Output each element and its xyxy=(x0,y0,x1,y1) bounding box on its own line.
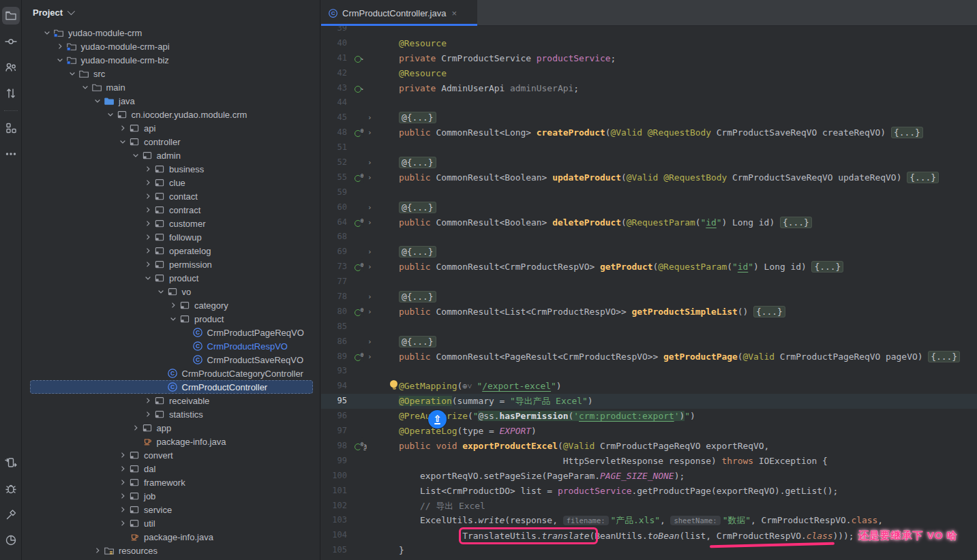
code-line-59[interactable]: 59 xyxy=(321,185,977,200)
code-line-48[interactable]: 48› public CommonResult<Long> createProd… xyxy=(321,125,977,140)
code-line-94[interactable]: 94 @GetMapping(⊕˅ "/export-excel") xyxy=(321,379,977,394)
tree-item-dal[interactable]: dal xyxy=(22,462,320,476)
tree-item-controller[interactable]: controller xyxy=(22,135,320,149)
tree-item-customer[interactable]: customer xyxy=(22,217,320,230)
tree-item-java[interactable]: java xyxy=(22,94,320,108)
tree-item-yudao-module-crm-api[interactable]: yudao-module-crm-api xyxy=(22,40,320,53)
tree-item-cn-iocoder-yudao-module-crm[interactable]: cn.iocoder.yudao.module.crm xyxy=(22,108,320,121)
tree-item-permission[interactable]: permission xyxy=(22,258,320,271)
tree-item-crmproductrespvo[interactable]: CCrmProductRespVO xyxy=(22,339,320,353)
tree-item-admin[interactable]: admin xyxy=(22,149,320,162)
chevron-expanded-icon[interactable] xyxy=(167,313,179,324)
code-line-97[interactable]: 97 @OperateLog(type = EXPORT) xyxy=(321,424,977,439)
debug-icon[interactable] xyxy=(2,480,20,497)
tree-item-package-info-java[interactable]: package-info.java xyxy=(22,435,320,448)
code-line-78[interactable]: 78› @{...} xyxy=(321,290,977,305)
tree-item-api[interactable]: api xyxy=(22,121,320,135)
tree-item-contact[interactable]: contact xyxy=(22,189,320,203)
chevron-expanded-icon[interactable] xyxy=(142,273,154,283)
chevron-collapsed-icon[interactable] xyxy=(117,504,129,515)
tree-item-src[interactable]: src xyxy=(22,67,320,80)
chevron-collapsed-icon[interactable] xyxy=(91,545,104,556)
code-line-68[interactable]: 68 xyxy=(321,230,977,245)
tree-item-operatelog[interactable]: operatelog xyxy=(22,244,320,258)
tree-item-crmproductpagereqvo[interactable]: CCrmProductPageReqVO xyxy=(22,326,320,339)
close-icon[interactable]: × xyxy=(451,8,457,18)
tree-item-product[interactable]: product xyxy=(22,312,320,326)
project-icon[interactable] xyxy=(2,7,20,25)
tree-item-contract[interactable]: contract xyxy=(22,203,320,217)
code-line-44[interactable]: 44 xyxy=(321,95,977,110)
code-line-86[interactable]: 86› @{...} xyxy=(321,335,977,349)
chevron-expanded-icon[interactable] xyxy=(66,68,78,79)
code-line-42[interactable]: 42 @Resource xyxy=(321,66,977,81)
chevron-collapsed-icon[interactable] xyxy=(142,218,154,229)
code-line-73[interactable]: 73› public CommonResult<CrmProductRespVO… xyxy=(321,260,977,275)
chevron-collapsed-icon[interactable] xyxy=(142,259,154,270)
fold-arrow-icon[interactable]: › xyxy=(367,290,378,305)
code-line-69[interactable]: 69› @{...} xyxy=(321,245,977,260)
chevron-expanded-icon[interactable] xyxy=(79,82,91,93)
chevron-expanded-icon[interactable] xyxy=(104,109,117,120)
tree-item-category[interactable]: category xyxy=(22,298,320,312)
chevron-expanded-icon[interactable] xyxy=(41,27,53,38)
tree-item-vo[interactable]: vo xyxy=(22,285,320,298)
tree-item-crmproductcategorycontroller[interactable]: CCrmProductCategoryController xyxy=(22,367,320,380)
chevron-collapsed-icon[interactable] xyxy=(142,204,154,215)
tree-item-statistics[interactable]: statistics xyxy=(22,407,320,421)
fold-arrow-icon[interactable]: › xyxy=(367,335,378,349)
chevron-collapsed-icon[interactable] xyxy=(142,245,154,256)
chevron-collapsed-icon[interactable] xyxy=(142,232,154,243)
code-line-55[interactable]: 55› public CommonResult<Boolean> updateP… xyxy=(321,170,977,185)
code-line-93[interactable]: 93 xyxy=(321,364,977,379)
tree-item-convert[interactable]: convert xyxy=(22,448,320,462)
chevron-collapsed-icon[interactable] xyxy=(117,123,129,134)
code-line-89[interactable]: 89› public CommonResult<PageResult<CrmPr… xyxy=(321,349,977,364)
fold-arrow-icon[interactable]: › xyxy=(367,305,378,320)
fold-arrow-icon[interactable]: › xyxy=(367,155,378,170)
commit-icon[interactable] xyxy=(2,33,20,50)
tree-item-resources[interactable]: resources xyxy=(22,544,320,557)
fold-arrow-icon[interactable]: › xyxy=(367,215,378,230)
code-line-105[interactable]: 105 } xyxy=(321,543,977,558)
tree-item-app[interactable]: app xyxy=(22,421,320,435)
chevron-expanded-icon[interactable] xyxy=(117,136,129,147)
chevron-expanded-icon[interactable] xyxy=(54,55,66,65)
code-line-95[interactable]: 95 @Operation(summary = "导出产品 Excel") xyxy=(321,394,977,409)
code-line-64[interactable]: 64› public CommonResult<Boolean> deleteP… xyxy=(321,215,977,230)
code-line-60[interactable]: 60› @{...} xyxy=(321,200,977,215)
code-line-99[interactable]: 99 HttpServletResponse response) throws … xyxy=(321,454,977,469)
code-line-98[interactable]: 98@ public void exportProductExcel(@Vali… xyxy=(321,439,977,454)
tree-item-main[interactable]: main xyxy=(22,80,320,94)
chevron-collapsed-icon[interactable] xyxy=(117,477,129,488)
fold-arrow-icon[interactable]: › xyxy=(367,349,378,364)
code-line-104[interactable]: 104 TranslateUtils.translate(BeanUtils.t… xyxy=(321,528,977,543)
chevron-expanded-icon[interactable] xyxy=(91,95,104,106)
tree-item-job[interactable]: job xyxy=(22,489,320,503)
fold-arrow-icon[interactable]: › xyxy=(367,170,378,185)
fold-arrow-icon[interactable]: › xyxy=(367,200,378,215)
code-line-52[interactable]: 52› @{...} xyxy=(321,155,977,170)
tree-item-package-info-java[interactable]: package-info.java xyxy=(22,530,320,544)
tree-item-clue[interactable]: clue xyxy=(22,176,320,189)
fold-arrow-icon[interactable]: › xyxy=(367,110,378,125)
branch-icon[interactable] xyxy=(2,84,20,102)
code-line-77[interactable]: 77 xyxy=(321,275,977,290)
code-line-100[interactable]: 100 exportReqVO.setPageSize(PageParam.PA… xyxy=(321,469,977,484)
tree-item-receivable[interactable]: receivable xyxy=(22,394,320,407)
code-line-51[interactable]: 51 xyxy=(321,140,977,155)
structure-icon[interactable] xyxy=(2,119,20,137)
intention-bulb-icon[interactable] xyxy=(390,380,398,390)
chevron-collapsed-icon[interactable] xyxy=(130,422,142,433)
code-line-41[interactable]: 41 private CrmProductService productServ… xyxy=(321,51,977,66)
code-line-96[interactable]: 96 @PreAuthorize("@ss.hasPermission('crm… xyxy=(321,409,977,424)
chevron-expanded-icon[interactable] xyxy=(130,150,142,161)
project-panel-header[interactable]: Project xyxy=(22,0,320,25)
tree-item-yudao-module-crm-biz[interactable]: yudao-module-crm-biz xyxy=(22,53,320,67)
chevron-collapsed-icon[interactable] xyxy=(167,300,179,311)
code-line-40[interactable]: 40 @Resource xyxy=(321,36,977,51)
fold-arrow-icon[interactable]: › xyxy=(367,245,378,260)
tree-item-service[interactable]: service xyxy=(22,503,320,516)
code-line-43[interactable]: 43 private AdminUserApi adminUserApi; xyxy=(321,81,977,96)
chevron-collapsed-icon[interactable] xyxy=(54,41,66,52)
